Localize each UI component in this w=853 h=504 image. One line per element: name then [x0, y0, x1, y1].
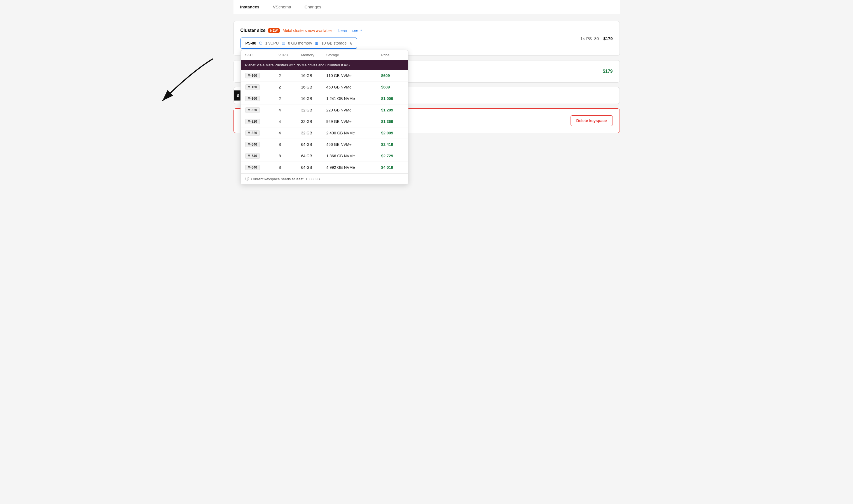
dropdown-row[interactable]: M-320 4 32 GB 229 GB NVMe $1,209 [241, 105, 408, 116]
col-vcpu: vCPU [279, 53, 301, 57]
row-memory: 16 GB [301, 96, 326, 101]
row-vcpu: 4 [279, 131, 301, 135]
row-memory: 16 GB [301, 73, 326, 78]
col-memory: Memory [301, 53, 326, 57]
dropdown-footer: ⓘ Current keyspace needs at least: 1008 … [241, 173, 408, 184]
dropdown-row[interactable]: M-640 8 64 GB 466 GB NVMe $2,419 [241, 139, 408, 150]
row-storage: 4,992 GB NVMe [326, 165, 381, 170]
dropdown-column-headers: SKU vCPU Memory Storage Price [241, 50, 408, 60]
second-card-price: $179 [603, 69, 613, 74]
row-storage: 110 GB NVMe [326, 73, 381, 78]
memory-icon: ▤ [282, 41, 285, 46]
selected-storage: 10 GB storage [321, 41, 347, 46]
cpu-icon: ⬡ [259, 41, 262, 46]
sku-dropdown-menu: SKU vCPU Memory Storage Price PlanetScal… [240, 50, 409, 184]
footer-text: Current keyspace needs at least: 1008 GB [251, 177, 320, 181]
new-badge: NEW [268, 28, 280, 33]
row-memory: 32 GB [301, 108, 326, 112]
col-price: Price [381, 53, 404, 57]
row-memory: 64 GB [301, 154, 326, 158]
learn-more-link[interactable]: Learn more ↗ [338, 28, 362, 33]
row-sku: M-320 [245, 119, 279, 124]
row-price: $1,209 [381, 108, 404, 112]
cluster-price-label: 1× PS–80 [580, 36, 599, 41]
main-content: Cluster size NEW Metal clusters now avai… [234, 14, 620, 144]
dropdown-row[interactable]: M-160 2 16 GB 460 GB NVMe $689 [241, 82, 408, 93]
row-vcpu: 8 [279, 165, 301, 170]
row-storage: 466 GB NVMe [326, 142, 381, 147]
row-vcpu: 8 [279, 142, 301, 147]
sku-selector-wrapper: PS-80 ⬡ 1 vCPU ▤ 8 GB memory ▦ 10 GB sto… [240, 37, 613, 49]
external-link-icon: ↗ [360, 29, 362, 33]
selected-memory: 8 GB memory [288, 41, 312, 46]
row-storage: 1,866 GB NVMe [326, 154, 381, 158]
row-sku: M-640 [245, 153, 279, 159]
row-vcpu: 2 [279, 85, 301, 89]
row-price: $4,019 [381, 165, 404, 170]
row-sku: M-320 [245, 130, 279, 136]
row-memory: 16 GB [301, 85, 326, 89]
sku-selector-button[interactable]: PS-80 ⬡ 1 vCPU ▤ 8 GB memory ▦ 10 GB sto… [240, 37, 358, 49]
storage-icon: ▦ [315, 41, 319, 46]
row-price: $2,009 [381, 131, 404, 135]
row-price: $609 [381, 73, 404, 78]
row-memory: 32 GB [301, 131, 326, 135]
info-icon: ⓘ [245, 176, 249, 181]
delete-keyspace-button[interactable]: Delete keyspace [570, 115, 613, 126]
chevron-up-icon: ∧ [349, 41, 352, 46]
dropdown-row[interactable]: M-160 2 16 GB 1,241 GB NVMe $1,009 [241, 93, 408, 105]
learn-more-text: Learn more [338, 28, 358, 33]
row-sku: M-160 [245, 96, 279, 101]
col-sku: SKU [245, 53, 279, 57]
row-vcpu: 4 [279, 108, 301, 112]
cluster-size-card: Cluster size NEW Metal clusters now avai… [234, 21, 620, 56]
row-storage: 2,490 GB NVMe [326, 131, 381, 135]
row-storage: 929 GB NVMe [326, 119, 381, 124]
cluster-price-value: $179 [603, 36, 613, 41]
selected-sku-label: PS-80 [246, 41, 256, 46]
row-vcpu: 8 [279, 154, 301, 158]
metal-section-header: PlanetScale Metal clusters with NVMe dri… [241, 60, 408, 70]
row-storage: 229 GB NVMe [326, 108, 381, 112]
dropdown-row[interactable]: M-160 2 16 GB 110 GB NVMe $609 [241, 70, 408, 82]
row-sku: M-160 [245, 84, 279, 90]
row-memory: 32 GB [301, 119, 326, 124]
row-sku: M-160 [245, 73, 279, 78]
row-price: $2,419 [381, 142, 404, 147]
row-price: $1,369 [381, 119, 404, 124]
tab-instances[interactable]: Instances [234, 0, 266, 14]
row-storage: 1,241 GB NVMe [326, 96, 381, 101]
row-price: $2,729 [381, 154, 404, 158]
dot-separator: · [334, 28, 335, 33]
cluster-size-title: Cluster size [240, 28, 266, 33]
cluster-size-header: Cluster size NEW Metal clusters now avai… [240, 28, 613, 33]
row-memory: 64 GB [301, 142, 326, 147]
selected-vcpu: 1 vCPU [265, 41, 278, 46]
row-storage: 460 GB NVMe [326, 85, 381, 89]
arrow-annotation [140, 56, 224, 113]
tab-bar: Instances VSchema Changes [234, 0, 620, 14]
col-storage: Storage [326, 53, 381, 57]
dropdown-row[interactable]: M-320 4 32 GB 929 GB NVMe $1,369 [241, 116, 408, 127]
row-price: $1,009 [381, 96, 404, 101]
row-vcpu: 2 [279, 73, 301, 78]
tab-changes[interactable]: Changes [298, 0, 328, 14]
dropdown-row[interactable]: M-640 8 64 GB 1,866 GB NVMe $2,729 [241, 150, 408, 162]
row-vcpu: 2 [279, 96, 301, 101]
row-vcpu: 4 [279, 119, 301, 124]
row-sku: M-320 [245, 107, 279, 113]
tab-vschema[interactable]: VSchema [266, 0, 298, 14]
dropdown-row[interactable]: M-640 8 64 GB 4,992 GB NVMe $4,019 [241, 162, 408, 173]
dropdown-rows-container: M-160 2 16 GB 110 GB NVMe $609 M-160 2 1… [241, 70, 408, 173]
cluster-price-display: 1× PS–80 $179 [580, 36, 613, 41]
metal-clusters-text: Metal clusters now available [283, 28, 331, 33]
row-sku: M-640 [245, 165, 279, 170]
row-sku: M-640 [245, 142, 279, 147]
row-price: $689 [381, 85, 404, 89]
row-memory: 64 GB [301, 165, 326, 170]
dropdown-row[interactable]: M-320 4 32 GB 2,490 GB NVMe $2,009 [241, 127, 408, 139]
